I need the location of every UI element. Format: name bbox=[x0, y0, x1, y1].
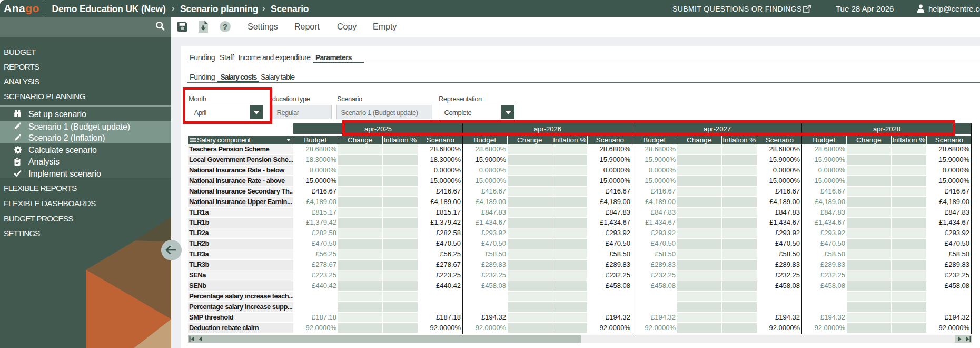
svg-text:?: ? bbox=[223, 22, 227, 31]
